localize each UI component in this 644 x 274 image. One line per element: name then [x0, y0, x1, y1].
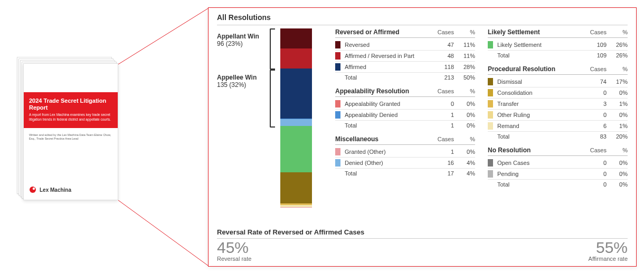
- resolution-group: No ResolutionCases%Open Cases00%Pending0…: [488, 146, 628, 189]
- swatch-icon: [335, 52, 340, 60]
- group-total-row: Total8320%: [488, 132, 628, 141]
- stage: 2024 Trade Secret Litigation Report A re…: [0, 0, 644, 274]
- row-pct: 0%: [607, 112, 628, 118]
- col-head-pct: %: [454, 29, 475, 35]
- row-label: Remand: [497, 123, 585, 129]
- group-name: Likely Settlement: [488, 28, 585, 36]
- row-pct: 0%: [607, 90, 628, 96]
- bar-segment: [280, 207, 312, 208]
- group-total-row: Total21350%: [335, 73, 475, 82]
- total-label: Total: [497, 52, 585, 58]
- bar-segment: [280, 119, 312, 126]
- resolution-group: Appealability ResolutionCases%Appealabil…: [335, 87, 475, 130]
- resolution-group: MiscellaneousCases%Granted (Other)10%Den…: [335, 135, 475, 178]
- total-label: Total: [497, 133, 585, 140]
- table-row: Denied (Other)164%: [335, 158, 475, 169]
- total-label: Total: [345, 74, 433, 81]
- table-row: Remand61%: [488, 121, 628, 132]
- row-label: Affirmed: [345, 64, 433, 70]
- bar-segment: [280, 68, 312, 119]
- table-row: Pending00%: [488, 169, 628, 180]
- affirmance-rate: 55% Affirmance rate: [589, 240, 628, 262]
- resolution-group: Reversed or AffirmedCases%Reversed4711%A…: [335, 28, 475, 82]
- row-pct: 0%: [454, 101, 475, 107]
- row-label: Likely Settlement: [497, 42, 585, 48]
- cover-band: 2024 Trade Secret Litigation Report A re…: [24, 92, 118, 128]
- swatch-icon: [335, 148, 340, 155]
- total-pct: 4%: [454, 170, 475, 177]
- bar-zone: Appellant Win 96 (23%) Appellee Win 135 …: [217, 28, 328, 225]
- reversal-rate: 45% Reversal rate: [217, 240, 251, 262]
- swatch-icon: [488, 170, 493, 178]
- swatch-icon: [335, 63, 340, 71]
- row-label: Transfer: [497, 101, 585, 107]
- appellant-win-label: Appellant Win 96 (23%): [217, 33, 264, 73]
- report-cover: 2024 Trade Secret Litigation Report A re…: [23, 63, 118, 200]
- swatch-icon: [488, 159, 493, 167]
- group-header: Likely SettlementCases%: [488, 28, 628, 38]
- table-row: Affirmed / Reversed in Part4811%: [335, 51, 475, 62]
- data-column-left: Reversed or AffirmedCases%Reversed4711%A…: [335, 28, 475, 225]
- appellee-win-count: 135 (32%): [217, 81, 246, 89]
- col-head-cases: Cases: [585, 147, 607, 153]
- row-label: Granted (Other): [345, 149, 433, 155]
- row-label: Open Cases: [497, 160, 585, 166]
- row-label: Consolidation: [497, 90, 585, 96]
- group-header: Appealability ResolutionCases%: [335, 87, 475, 97]
- bar-segment: [280, 126, 312, 172]
- row-pct: 11%: [454, 42, 475, 48]
- appellee-win-label: Appellee Win 135 (32%): [217, 74, 264, 131]
- reversal-rate-value: 45%: [217, 240, 251, 256]
- row-label: Appealability Denied: [345, 112, 433, 118]
- group-name: Miscellaneous: [335, 135, 433, 143]
- row-cases: 47: [433, 42, 454, 48]
- swatch-icon: [488, 41, 493, 48]
- row-label: Appealability Granted: [345, 101, 433, 107]
- total-cases: 83: [585, 133, 607, 140]
- row-cases: 48: [433, 53, 454, 59]
- bracket-column: [270, 28, 275, 128]
- table-row: Dismissal7417%: [488, 76, 628, 87]
- swatch-icon: [335, 111, 340, 119]
- row-pct: 0%: [607, 171, 628, 177]
- cover-brand: Lex Machina: [29, 186, 112, 193]
- row-cases: 6: [585, 123, 607, 129]
- rates-row: 45% Reversal rate 55% Affirmance rate: [217, 240, 628, 262]
- row-label: Affirmed / Reversed in Part: [345, 53, 433, 59]
- group-total-row: Total10%: [335, 121, 475, 130]
- group-total-row: Total174%: [335, 169, 475, 178]
- row-cases: 74: [585, 79, 607, 85]
- row-cases: 0: [585, 171, 607, 177]
- bar-segment: [280, 28, 312, 48]
- bracket-labels: Appellant Win 96 (23%) Appellee Win 135 …: [217, 28, 264, 131]
- row-pct: 4%: [454, 160, 475, 166]
- affirmance-rate-label: Affirmance rate: [589, 256, 628, 262]
- bracket: [270, 70, 275, 128]
- table-row: Other Ruling00%: [488, 110, 628, 121]
- row-label: Denied (Other): [345, 160, 433, 166]
- row-pct: 0%: [454, 112, 475, 118]
- brand-name: Lex Machina: [40, 187, 71, 193]
- row-pct: 11%: [454, 53, 475, 59]
- svg-point-1: [33, 188, 35, 190]
- row-cases: 16: [433, 160, 454, 166]
- brand-logo-icon: [29, 186, 36, 193]
- col-head-cases: Cases: [585, 29, 607, 35]
- bar-segment: [280, 172, 312, 203]
- total-pct: 0%: [454, 122, 475, 129]
- group-header: No ResolutionCases%: [488, 146, 628, 156]
- row-pct: 1%: [607, 123, 628, 129]
- swatch-icon: [335, 100, 340, 107]
- table-row: Likely Settlement10926%: [488, 40, 628, 51]
- swatch-icon: [488, 78, 493, 85]
- total-label: Total: [497, 181, 585, 188]
- row-pct: 28%: [454, 64, 475, 70]
- group-total-row: Total10926%: [488, 51, 628, 60]
- row-cases: 0: [585, 112, 607, 118]
- table-row: Reversed4711%: [335, 40, 475, 51]
- affirmance-rate-value: 55%: [589, 240, 628, 256]
- row-cases: 0: [585, 90, 607, 96]
- row-cases: 0: [585, 160, 607, 166]
- panel-title: All Resolutions: [217, 13, 628, 25]
- table-row: Consolidation00%: [488, 87, 628, 99]
